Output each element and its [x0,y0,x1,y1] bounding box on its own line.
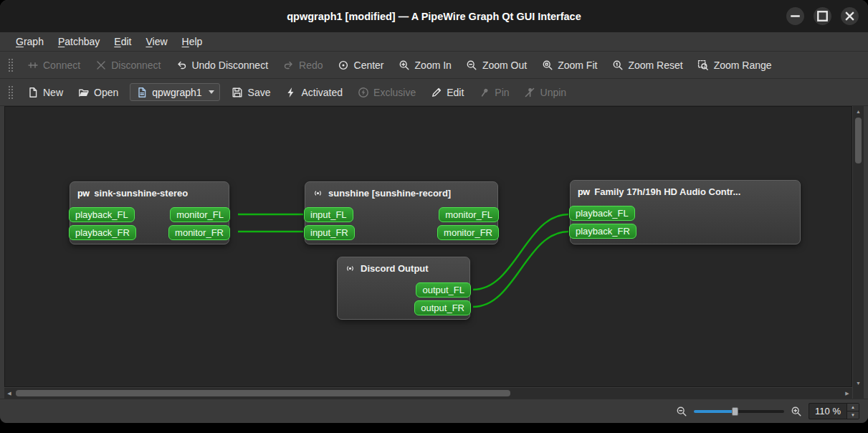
connection-wires [5,107,852,387]
pencil-icon [430,86,442,98]
save-icon [232,86,244,98]
maximize-button[interactable] [814,7,831,25]
redo-icon [282,59,295,71]
toolbar-graph: Connect Disconnect Undo Disconnect Redo … [0,52,868,79]
connect-button[interactable]: Connect [20,54,87,75]
scroll-left-icon[interactable]: ◀ [4,388,14,399]
menu-help[interactable]: Help [175,34,210,49]
patchbay-file-icon [135,86,148,98]
port-input-fl[interactable]: input_FL [304,207,353,222]
port-playback-fr[interactable]: playback_FR [69,225,136,240]
edit-button[interactable]: Edit [424,82,470,103]
pipewire-icon: pw [578,187,589,197]
unpin-icon [524,86,536,98]
speaker-icon [313,188,323,199]
scroll-up-icon[interactable]: ▲ [853,106,864,116]
node-sink-sunshine-stereo[interactable]: pw sink-sunshine-stereo playback_FL moni… [70,181,229,244]
zoom-in-icon [399,59,411,71]
vertical-scroll-thumb[interactable] [855,118,862,163]
scroll-down-icon[interactable]: ▼ [853,378,864,388]
zoom-out-icon[interactable] [676,406,687,417]
exclusive-lightning-icon [357,86,369,98]
port-output-fl[interactable]: output_FL [416,282,471,298]
save-button[interactable]: Save [225,82,277,103]
horizontal-scroll-thumb[interactable] [16,390,510,396]
window-title: qpwgraph1 [modified] — A PipeWire Graph … [287,11,581,22]
menu-patchbay[interactable]: Patchbay [51,34,107,49]
chevron-down-icon [209,90,214,94]
pin-icon [478,86,490,98]
toolbar-grip[interactable] [8,85,14,100]
menu-edit[interactable]: Edit [107,34,138,49]
graph-canvas[interactable]: pw sink-sunshine-stereo playback_FL moni… [4,106,852,387]
node-sunshine-record[interactable]: sunshine [sunshine-record] input_FL moni… [305,181,498,244]
port-playback-fr[interactable]: playback_FR [569,224,636,239]
activated-toggle[interactable]: Activated [278,82,349,103]
toolbar-grip[interactable] [8,58,14,72]
minimize-button[interactable] [786,7,804,25]
close-button[interactable] [841,7,859,25]
menubar: Graph Patchbay Edit View Help [0,32,868,52]
main-area: pw sink-sunshine-stereo playback_FL moni… [0,106,868,399]
port-input-fr[interactable]: input_FR [304,225,355,240]
zoom-value: 110 % [809,404,846,419]
connect-icon [27,59,39,71]
pin-button[interactable]: Pin [472,82,515,103]
lightning-icon [285,86,297,98]
disconnect-button[interactable]: Disconnect [88,54,167,75]
app-window: qpwgraph1 [modified] — A PipeWire Graph … [0,0,868,423]
menu-graph[interactable]: Graph [9,34,51,49]
zoom-spinbox[interactable]: 110 % ▲ ▼ [809,403,859,419]
patchbay-file-combo[interactable]: qpwgraph1 [130,83,219,101]
node-family-hd-audio[interactable]: pw Family 17h/19h HD Audio Contr... play… [570,180,801,244]
node-discord-output[interactable]: Discord Output output_FL output_FR [337,257,470,320]
open-folder-icon [77,86,90,98]
new-button[interactable]: New [20,82,70,103]
undo-disconnect-button[interactable]: Undo Disconnect [168,54,275,75]
window-controls [786,0,859,32]
port-playback-fl[interactable]: playback_FL [569,206,635,221]
open-button[interactable]: Open [71,82,125,103]
center-icon [338,59,350,71]
node-title: Family 17h/19h HD Audio Contr... [594,186,740,197]
horizontal-scrollbar[interactable]: ◀ ▶ [4,388,852,399]
node-title: Discord Output [361,263,429,274]
port-monitor-fr[interactable]: monitor_FR [437,225,499,240]
zoom-in-button[interactable]: Zoom In [392,54,458,75]
port-monitor-fl[interactable]: monitor_FL [439,207,499,222]
zoom-out-icon [466,59,478,71]
port-output-fr[interactable]: output_FR [414,300,471,315]
zoom-in-icon[interactable] [791,406,802,417]
exclusive-toggle[interactable]: Exclusive [350,82,422,103]
unpin-button[interactable]: Unpin [518,82,573,103]
port-monitor-fl[interactable]: monitor_FL [170,207,230,222]
disconnect-icon [95,59,107,71]
zoom-out-button[interactable]: Zoom Out [459,54,533,75]
zoom-decrement-button[interactable]: ▼ [847,411,859,419]
menu-view[interactable]: View [138,34,174,49]
zoom-reset-button[interactable]: Zoom Reset [605,54,689,75]
toolbar-patchbay: New Open qpwgraph1 Save Activated Exclus… [0,79,868,106]
zoom-slider-handle[interactable] [732,407,738,416]
scroll-right-icon[interactable]: ▶ [842,388,852,399]
port-monitor-fr[interactable]: monitor_FR [168,225,230,240]
vertical-scrollbar[interactable]: ▲ ▼ [853,106,864,399]
center-button[interactable]: Center [331,54,391,75]
zoom-fit-button[interactable]: Zoom Fit [535,54,604,75]
scrollbar-corner [853,388,864,399]
zoom-slider[interactable] [694,406,784,417]
redo-button[interactable]: Redo [276,54,329,75]
node-title: sunshine [sunshine-record] [328,188,451,199]
node-title: sink-sunshine-stereo [94,188,188,199]
undo-icon [175,59,187,71]
zoom-range-icon [697,59,710,71]
patchbay-file-name: qpwgraph1 [152,87,201,98]
speaker-icon [345,263,356,274]
zoom-increment-button[interactable]: ▲ [847,404,859,411]
zoom-reset-icon [611,59,624,71]
port-playback-fl[interactable]: playback_FL [69,207,135,222]
pipewire-icon: pw [77,189,89,199]
titlebar[interactable]: qpwgraph1 [modified] — A PipeWire Graph … [0,0,868,32]
statusbar: 110 % ▲ ▼ [0,399,868,423]
zoom-range-button[interactable]: Zoom Range [691,54,778,75]
